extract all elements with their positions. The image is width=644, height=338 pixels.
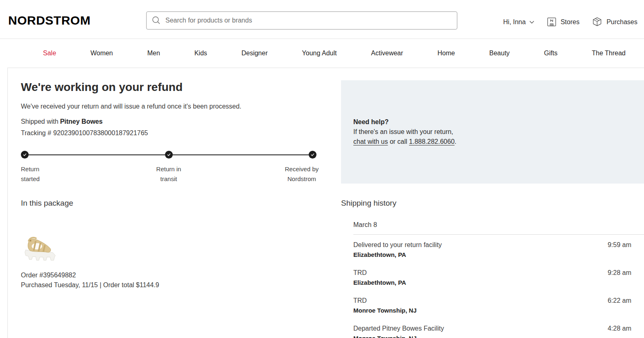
event-time: 9:59 am bbox=[608, 240, 631, 250]
search-input[interactable] bbox=[165, 17, 452, 24]
shipping-event: TRD 9:28 am Elizabethtown, PA bbox=[353, 268, 631, 288]
event-location: Monroe Township, NJ bbox=[353, 306, 631, 315]
tracking-number: 92023901007838000187921765 bbox=[53, 129, 148, 136]
greeting-label: Hi, Inna bbox=[503, 18, 526, 26]
nav-item-young-adult[interactable]: Young Adult bbox=[302, 50, 337, 57]
step-label-received: Received by Nordstrom bbox=[283, 164, 321, 184]
event-location: Elizabethtown, PA bbox=[353, 250, 631, 260]
nav-item-kids[interactable]: Kids bbox=[194, 50, 207, 57]
step-complete-icon bbox=[21, 151, 29, 159]
nav-item-designer[interactable]: Designer bbox=[242, 50, 268, 57]
event-time: 6:22 am bbox=[608, 296, 631, 306]
event-time: 9:28 am bbox=[608, 268, 631, 278]
shipping-history-heading: Shipping history bbox=[341, 199, 396, 208]
history-divider bbox=[353, 234, 644, 235]
need-help-line1: If there's an issue with your return, bbox=[353, 127, 456, 137]
search-bar[interactable] bbox=[146, 11, 457, 29]
package-heading: In this package bbox=[21, 199, 73, 208]
history-date: March 8 bbox=[353, 221, 377, 229]
step-label-return-in-transit: Return in transit bbox=[150, 164, 188, 184]
stores-label: Stores bbox=[560, 18, 579, 26]
chevron-down-icon bbox=[529, 20, 534, 24]
or-call-text: or call bbox=[388, 138, 409, 145]
account-area: Hi, Inna Stores bbox=[503, 16, 637, 27]
store-icon bbox=[547, 17, 557, 27]
period-text: . bbox=[454, 138, 456, 145]
event-time: 4:28 am bbox=[608, 324, 631, 333]
chat-with-us-link[interactable]: chat with us bbox=[353, 138, 388, 145]
shipping-event: Departed Pitney Bowes Facility 4:28 am M… bbox=[353, 324, 631, 338]
search-icon bbox=[151, 16, 161, 25]
nav-item-men[interactable]: Men bbox=[147, 50, 160, 57]
nav-item-gifts[interactable]: Gifts bbox=[544, 50, 558, 57]
account-menu[interactable]: Hi, Inna bbox=[503, 18, 534, 26]
event-location: Monroe Township, NJ bbox=[353, 333, 631, 338]
shipped-with-line: Shipped withPitney Bowes bbox=[21, 118, 103, 125]
nav-item-home[interactable]: Home bbox=[437, 50, 455, 57]
page-title: We're working on your refund bbox=[21, 80, 183, 94]
step-complete-icon bbox=[309, 151, 316, 159]
step-labels: Return started Return in transit Receive… bbox=[21, 164, 316, 184]
need-help-line2: chat with us or call 1.888.282.6060. bbox=[353, 137, 456, 147]
event-status: Departed Pitney Bowes Facility bbox=[353, 324, 444, 333]
carrier-name: Pitney Bowes bbox=[60, 118, 103, 125]
event-status: Delivered to your return facility bbox=[353, 240, 442, 250]
package-icon bbox=[592, 16, 603, 27]
phone-link[interactable]: 1.888.282.6060 bbox=[409, 138, 454, 145]
site-header: NORDSTROM Hi, Inna bbox=[0, 0, 644, 39]
shipping-history-list: Delivered to your return facility 9:59 a… bbox=[353, 240, 631, 338]
refund-status-card: We're working on your refund We've recei… bbox=[7, 68, 644, 338]
main-nav: Sale Women Men Kids Designer Young Adult… bbox=[0, 39, 644, 68]
need-help-heading: Need help? bbox=[353, 117, 456, 127]
return-progress-tracker: Return started Return in transit Receive… bbox=[21, 151, 316, 184]
purchases-link[interactable]: Purchases bbox=[592, 16, 637, 27]
event-status: TRD bbox=[353, 296, 367, 306]
step-label-return-started: Return started bbox=[21, 164, 59, 184]
nav-item-beauty[interactable]: Beauty bbox=[489, 50, 510, 57]
event-location: Elizabethtown, PA bbox=[353, 278, 631, 288]
purchases-label: Purchases bbox=[606, 18, 637, 26]
nordstrom-logo[interactable]: NORDSTROM bbox=[8, 14, 90, 27]
shipped-with-label: Shipped with bbox=[21, 118, 59, 125]
step-complete-icon bbox=[165, 151, 173, 159]
shipping-event: TRD 6:22 am Monroe Township, NJ bbox=[353, 296, 631, 315]
nav-item-women[interactable]: Women bbox=[90, 50, 113, 57]
purchase-info: Purchased Tuesday, 11/15 | Order total $… bbox=[21, 281, 159, 289]
stores-link[interactable]: Stores bbox=[547, 17, 579, 27]
refund-tracking-page: NORDSTROM Hi, Inna bbox=[0, 0, 644, 338]
tracking-label: Tracking # bbox=[21, 129, 51, 136]
event-status: TRD bbox=[353, 268, 367, 278]
order-number: Order #395649882 bbox=[21, 272, 76, 279]
nav-item-the-thread[interactable]: The Thread bbox=[592, 50, 626, 57]
nav-item-sale[interactable]: Sale bbox=[43, 50, 56, 57]
need-help-box: Need help? If there's an issue with your… bbox=[341, 80, 644, 184]
nav-item-activewear[interactable]: Activewear bbox=[371, 50, 403, 57]
refund-subtitle: We've received your return and will issu… bbox=[21, 103, 242, 110]
shipping-event: Delivered to your return facility 9:59 a… bbox=[353, 240, 631, 260]
product-thumbnail-sandal[interactable] bbox=[22, 232, 58, 265]
tracking-line: Tracking #92023901007838000187921765 bbox=[21, 129, 148, 137]
